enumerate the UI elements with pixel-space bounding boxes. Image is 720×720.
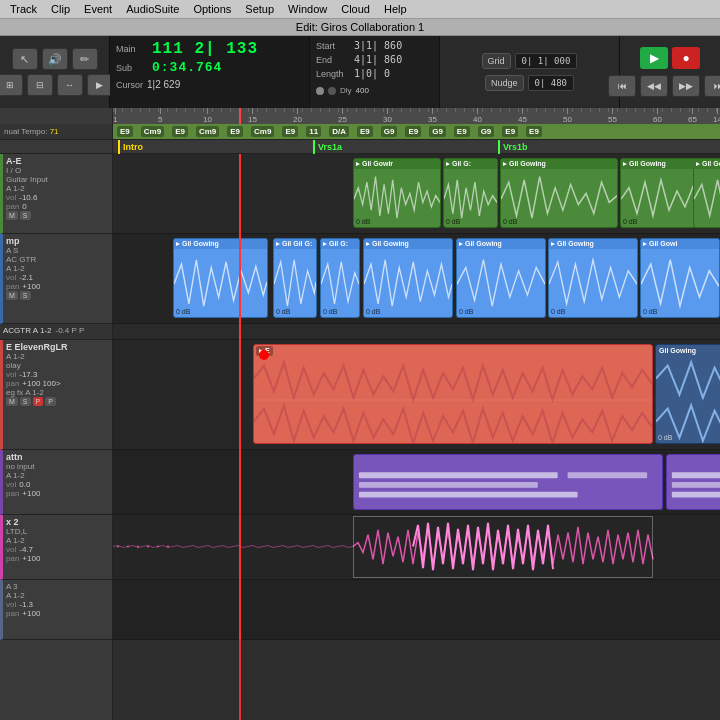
menu-setup[interactable]: Setup (239, 3, 280, 15)
clip-blue-2[interactable]: ▸ Gil Gil G: 0 dB (273, 238, 317, 318)
chord-label-4: E9 (227, 126, 243, 137)
svg-rect-7 (672, 492, 720, 498)
track-header-spacer (0, 108, 113, 124)
rec-btn-eleven[interactable]: P (45, 397, 56, 406)
track-lane-guitar: ▸ Gil Gowir 0 dB ▸ Gil G: 0 dB ▸ (113, 154, 720, 234)
chord-label-12: G9 (429, 126, 446, 137)
clip-blue-3[interactable]: ▸ Gil G: 0 dB (320, 238, 360, 318)
clip-blue-5[interactable]: ▸ Gil Gowing 0 dB (456, 238, 546, 318)
speaker-btn[interactable]: 🔊 (42, 48, 68, 70)
bpm-display: 400 (356, 86, 369, 95)
ruler-minor-tick (572, 108, 573, 112)
ruler-mark-4: 20 (293, 108, 302, 124)
ruler-minor-tick (311, 108, 312, 112)
menu-help[interactable]: Help (378, 3, 413, 15)
ruler-minor-tick (644, 108, 645, 112)
clip-gil-gowing-5[interactable]: ▸ Gil Gowing (693, 158, 720, 228)
mute-btn-guitar[interactable]: M (6, 211, 18, 220)
zoom-in-btn[interactable]: ⊞ (0, 74, 23, 96)
ruler-minor-tick (122, 108, 123, 112)
delay-label: Dly (340, 86, 352, 95)
track-header-guitar: A-E I / O Guitar Input A 1-2 vol -10.6 p… (0, 154, 112, 234)
playhead-lane1 (239, 154, 241, 234)
menu-clip[interactable]: Clip (45, 3, 76, 15)
track-vol-guitar: vol -10.6 (6, 193, 109, 202)
svg-point-8 (117, 546, 119, 548)
pencil-btn[interactable]: ✏ (72, 48, 98, 70)
ruler-mark-2: 10 (203, 108, 212, 124)
solo-btn-acgtr[interactable]: S (20, 291, 31, 300)
ruler-mark-9: 45 (518, 108, 527, 124)
play-button[interactable]: ▶ (640, 47, 668, 69)
ruler-minor-tick (158, 108, 159, 112)
menu-track[interactable]: Track (4, 3, 43, 15)
ruler-minor-tick (293, 108, 294, 112)
clip-gil-g-2[interactable]: ▸ Gil G: 0 dB (443, 158, 498, 228)
ruler-mark-11: 55 (608, 108, 617, 124)
chord-label-13: E9 (454, 126, 470, 137)
clip-purple-2[interactable] (666, 454, 720, 510)
track-name-attn: attn (6, 452, 109, 462)
menu-options[interactable]: Options (187, 3, 237, 15)
clip-gil-gowing-3[interactable]: ▸ Gil Gowing 0 dB (500, 158, 618, 228)
forward-button[interactable]: ▶▶ (672, 75, 700, 97)
menu-bar: Track Clip Event AudioSuite Options Setu… (0, 0, 720, 18)
sync-indicator (316, 87, 324, 95)
clip-blue-7[interactable]: ▸ Gil Gowi 0 dB (640, 238, 720, 318)
ruler-minor-tick (707, 108, 708, 112)
nudge-button[interactable]: Nudge (485, 75, 524, 91)
mute-btn-acgtr[interactable]: M (6, 291, 18, 300)
clip-eleven-blue-label: Gil Gowing (658, 346, 697, 355)
menu-audiosuite[interactable]: AudioSuite (120, 3, 185, 15)
ruler-minor-tick (203, 108, 204, 112)
ruler-minor-tick (428, 108, 429, 112)
solo-btn-eleven[interactable]: S (20, 397, 31, 406)
position-info: Start 3|1| 860 End 4|1| 860 Length 1|0| … (310, 36, 440, 108)
ruler-minor-tick (698, 108, 699, 112)
clip-blue-6[interactable]: ▸ Gil Gowing 0 dB (548, 238, 638, 318)
track-header-eleven: E ElevenRgLR A 1-2 olay vol -17.3 pan +1… (0, 340, 112, 450)
clip-purple-1[interactable] (353, 454, 663, 510)
clip-gil-gowir-1[interactable]: ▸ Gil Gowir 0 dB (353, 158, 441, 228)
clip-blue-4[interactable]: ▸ Gil Gowing 0 dB (363, 238, 453, 318)
rewind-button[interactable]: ⏮ (608, 75, 636, 97)
ruler-minor-tick (176, 108, 177, 112)
menu-event[interactable]: Event (78, 3, 118, 15)
clip-eleven-blue[interactable]: Gil Gowing 0 dB (655, 344, 720, 444)
menu-cloud[interactable]: Cloud (335, 3, 376, 15)
ruler-minor-tick (329, 108, 330, 112)
ruler-minor-tick (617, 108, 618, 112)
track-header-last: A 3 A 1-2 vol -1.3 pan +100 (0, 580, 112, 640)
end-button[interactable]: ⏭ (704, 75, 720, 97)
back-button[interactable]: ◀◀ (640, 75, 668, 97)
solo-btn-guitar[interactable]: S (20, 211, 31, 220)
ruler-minor-tick (653, 108, 654, 112)
track-lane-eleven: ▸ E Gil Gowing (113, 340, 720, 450)
svg-point-9 (127, 546, 129, 548)
nav-btn[interactable]: ▶ (87, 74, 113, 96)
ruler-minor-tick (338, 108, 339, 112)
ruler-mark-10: 50 (563, 108, 572, 124)
ruler-minor-tick (140, 108, 141, 112)
cursor-label: Cursor (116, 80, 143, 90)
track-content[interactable]: ▸ Gil Gowir 0 dB ▸ Gil G: 0 dB ▸ (113, 154, 720, 720)
clip-blue-1[interactable]: ▸ Gil Gowing 0 dB (173, 238, 268, 318)
mute-btn-eleven[interactable]: M (6, 397, 18, 406)
clip-eleven-red[interactable]: ▸ E (253, 344, 653, 444)
arm-btn-eleven[interactable]: P (33, 397, 44, 406)
grid-button[interactable]: Grid (482, 53, 511, 69)
record-button[interactable]: ● (672, 47, 700, 69)
track-sub-guitar: Guitar Input (6, 175, 109, 184)
zoom-out-btn[interactable]: ⊟ (27, 74, 53, 96)
ruler-minor-tick (365, 108, 366, 112)
ruler-minor-tick (563, 108, 564, 112)
ruler-minor-tick (581, 108, 582, 112)
pointer-tool-btn[interactable]: ↖ (12, 48, 38, 70)
ruler-mark-3: 15 (248, 108, 257, 124)
ruler-minor-tick (518, 108, 519, 112)
scroll-btn[interactable]: ↔ (57, 74, 83, 96)
menu-window[interactable]: Window (282, 3, 333, 15)
chord-label-16: E9 (526, 126, 542, 137)
sub-counter-label: Sub (116, 63, 146, 73)
ruler[interactable]: 1510152025303540455055606514 (113, 108, 720, 124)
